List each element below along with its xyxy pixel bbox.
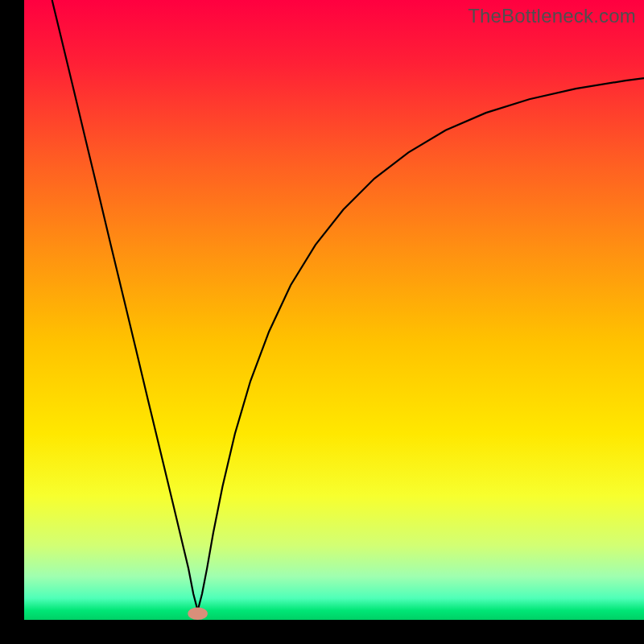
min-marker <box>188 608 208 620</box>
chart-frame <box>24 0 644 620</box>
chart-background <box>24 0 644 620</box>
watermark-label: TheBottleneck.com <box>468 5 636 27</box>
bottleneck-chart <box>24 0 644 620</box>
